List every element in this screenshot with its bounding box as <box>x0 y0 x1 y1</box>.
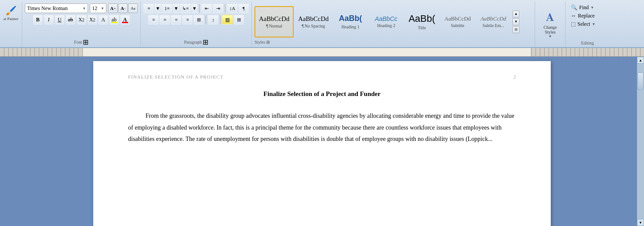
document-content[interactable]: Finalize Selection of a Project and Fund… <box>128 88 516 145</box>
editing-group: 🔍 Find ▼ ↔ Replace ⬚ Select ▼ Editing <box>566 2 609 47</box>
para-separator-1 <box>199 4 200 13</box>
scroll-track[interactable] <box>637 64 644 219</box>
font-bottom-row: B I U ab X2 X2 A ab A <box>33 14 130 25</box>
indent-list-button[interactable]: ⊞ <box>193 15 204 24</box>
style-normal-preview: AaBbCcDd <box>259 15 289 23</box>
sort-button[interactable]: ↕A <box>227 3 237 13</box>
bold-button[interactable]: B <box>33 15 43 24</box>
para-separator-4 <box>220 15 220 24</box>
style-no-spacing[interactable]: AaBbCcDd ¶ No Spacing <box>295 6 332 38</box>
style-title-label: Title <box>418 25 426 30</box>
document-header: FINALIZE SELECTION OF A PROJECT 2 <box>128 74 516 79</box>
font-group: Times New Roman ▼ 12 ▼ A+ A- Aa B I U ab… <box>22 2 141 47</box>
bullets-button[interactable]: ≡ <box>143 3 154 13</box>
font-group-bottom: Font ⊞ <box>74 38 88 46</box>
superscript-button[interactable]: X2 <box>88 15 97 24</box>
paragraph-group-bottom: Paragraph ⊞ <box>184 38 208 46</box>
style-normal[interactable]: AaBbCcDd ¶ Normal <box>254 6 294 38</box>
find-button[interactable]: 🔍 Find ▼ <box>569 3 606 12</box>
font-size-value: 12 <box>92 5 97 12</box>
borders-button[interactable]: ⊞ <box>234 15 244 24</box>
styles-scroll-up[interactable]: ▲ <box>512 10 519 17</box>
style-no-spacing-label: ¶ No Spacing <box>302 24 325 28</box>
style-heading1-preview: AaBb( <box>339 14 362 24</box>
select-label: Select <box>577 21 590 27</box>
styles-row: AaBbCcDd ¶ Normal AaBbCcDd ¶ No Spacing … <box>254 3 532 40</box>
text-effects-button[interactable]: A <box>98 15 108 24</box>
para-mark-normal: ¶ <box>266 24 268 28</box>
scroll-down-button[interactable]: ▼ <box>637 219 644 226</box>
replace-icon: ↔ <box>571 13 576 19</box>
style-heading2[interactable]: AaBbCc Heading 2 <box>369 6 403 38</box>
vertical-scrollbar[interactable]: ▲ ▼ <box>637 57 644 226</box>
style-subtle-em[interactable]: AaBbCcDd Subtle Em... <box>476 6 511 38</box>
font-expand-icon[interactable]: ⊞ <box>83 38 88 46</box>
document-page: FINALIZE SELECTION OF A PROJECT 2 Finali… <box>93 61 551 226</box>
document-paragraph-1: From the grassroots, the disability grou… <box>128 110 516 145</box>
font-top-row: Times New Roman ▼ 12 ▼ A+ A- Aa <box>25 3 138 14</box>
align-center-button[interactable]: ≡ <box>159 15 170 24</box>
ribbon: 🖌️ at Painter Times New Roman ▼ 12 ▼ A+ … <box>0 0 644 48</box>
multilevel-list-button[interactable]: ↳≡ <box>180 3 190 13</box>
style-subtitle[interactable]: AaBbCcDd Subtitle <box>440 6 475 38</box>
find-dropdown: ▼ <box>590 6 594 10</box>
increase-indent-button[interactable]: ⇥ <box>213 3 223 13</box>
style-title[interactable]: AaBb( Title <box>404 6 439 38</box>
numbering-dropdown[interactable]: ▼ <box>173 3 179 13</box>
line-spacing-button[interactable]: ↕ <box>208 15 218 24</box>
font-size-dropdown-arrow: ▼ <box>101 7 104 10</box>
replace-label: Replace <box>578 13 595 19</box>
underline-button[interactable]: U <box>55 15 64 24</box>
style-heading1-label: Heading 1 <box>342 24 359 29</box>
para-separator-2 <box>225 4 225 13</box>
style-no-spacing-preview: AaBbCcDd <box>298 15 329 23</box>
scroll-thumb[interactable] <box>637 72 644 90</box>
justify-button[interactable]: ≡ <box>182 15 193 24</box>
font-group-label: Font <box>74 40 82 45</box>
font-size-selector[interactable]: 12 ▼ <box>90 3 106 13</box>
para-separator-3 <box>206 15 206 24</box>
clear-format-button[interactable]: Aa <box>128 3 138 13</box>
style-subtle-em-preview: AaBbCcDd <box>481 15 506 22</box>
select-button[interactable]: ⬚ Select ▼ <box>569 20 606 28</box>
style-heading2-label: Heading 2 <box>377 23 395 28</box>
select-icon: ⬚ <box>571 21 576 27</box>
styles-expand-icon[interactable]: ⊞ <box>266 40 270 45</box>
font-color-swatch <box>122 22 128 23</box>
replace-button[interactable]: ↔ Replace <box>569 12 606 20</box>
style-normal-label: ¶ Normal <box>266 24 282 28</box>
font-increase-button[interactable]: A+ <box>108 3 118 13</box>
decrease-indent-button[interactable]: ⇤ <box>201 3 212 13</box>
ruler-background <box>0 48 644 56</box>
align-left-button[interactable]: ≡ <box>148 15 159 24</box>
font-decrease-button[interactable]: A- <box>118 3 128 13</box>
font-size-adjust-buttons: A+ A- Aa <box>108 3 138 13</box>
align-right-button[interactable]: ≡ <box>171 15 181 24</box>
change-styles-label: ChangeStyles <box>543 25 557 34</box>
subscript-button[interactable]: X2 <box>77 15 86 24</box>
styles-group-bottom: Styles ⊞ <box>254 40 532 45</box>
shading-button[interactable]: ▨ <box>222 15 233 24</box>
strikethrough-button[interactable]: ab <box>66 15 75 24</box>
font-color-button[interactable]: A <box>120 15 130 24</box>
format-painter-label: at Painter <box>3 17 18 21</box>
paragraph-expand-icon[interactable]: ⊞ <box>203 38 208 46</box>
styles-more[interactable]: ⊟ <box>512 26 519 33</box>
styles-scroll-buttons: ▲ ▼ ⊟ <box>512 10 519 33</box>
multilevel-dropdown[interactable]: ▼ <box>191 3 197 13</box>
bullets-dropdown[interactable]: ▼ <box>155 3 161 13</box>
show-marks-button[interactable]: ¶ <box>238 3 249 13</box>
find-icon: 🔍 <box>571 4 577 11</box>
style-heading1[interactable]: AaBb( Heading 1 <box>333 6 368 38</box>
editing-group-label: Editing <box>569 41 606 45</box>
highlight-color-button[interactable]: ab <box>109 15 119 24</box>
page-number: 2 <box>514 74 516 79</box>
italic-button[interactable]: I <box>44 15 54 24</box>
scroll-up-button[interactable]: ▲ <box>637 57 644 64</box>
format-painter-button[interactable]: 🖌️ at Painter <box>2 3 20 23</box>
font-name-selector[interactable]: Times New Roman ▼ <box>25 3 88 13</box>
style-subtitle-preview: AaBbCcDd <box>444 15 471 22</box>
change-styles-group[interactable]: 𝐀 ChangeStyles ▼ <box>535 2 566 47</box>
styles-scroll-down[interactable]: ▼ <box>512 18 519 25</box>
numbering-button[interactable]: 1≡ <box>162 3 172 13</box>
